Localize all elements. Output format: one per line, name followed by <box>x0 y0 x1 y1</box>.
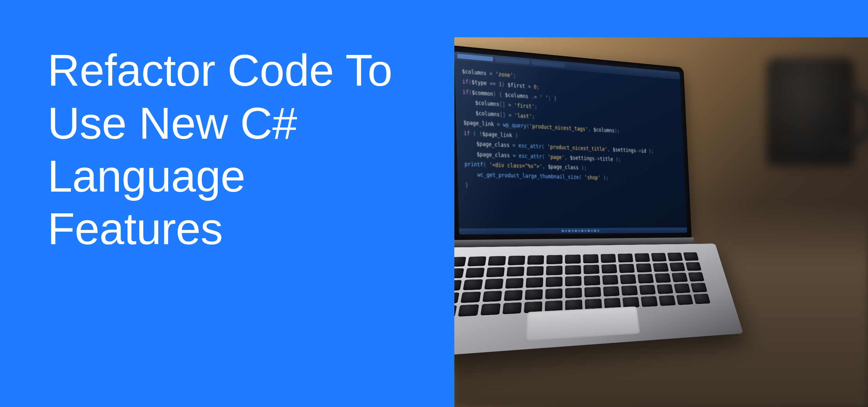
keyboard-key <box>488 256 506 266</box>
keyboard-key <box>507 267 525 277</box>
keyboard-key <box>454 305 457 318</box>
keyboard-key <box>584 275 600 286</box>
keyboard-key <box>583 254 599 263</box>
keyboard-key <box>525 289 542 300</box>
keyboard-key <box>486 267 505 277</box>
keyboard-key <box>639 285 656 295</box>
keyboard-key <box>502 302 522 314</box>
editor-tab <box>457 54 493 61</box>
keyboard-key <box>546 277 563 287</box>
keyboard-key <box>637 274 654 284</box>
keyboard-key <box>583 265 599 274</box>
keyboard-key <box>458 304 479 316</box>
keyboard-key <box>659 295 676 306</box>
keyboard-key <box>636 263 652 272</box>
headline-text: Refactor Code To Use New C# Language Fea… <box>47 44 420 255</box>
headline-area: Refactor Code To Use New C# Language Fea… <box>0 0 434 407</box>
code-editor-screen: $columns = 'zone';if($type == 1) $first … <box>454 52 687 235</box>
laptop-screen-bezel: $columns = 'zone';if($type == 1) $first … <box>454 45 692 241</box>
keyboard-key <box>454 292 459 304</box>
laptop: $columns = 'zone';if($type == 1) $first … <box>454 44 722 403</box>
keyboard-key <box>546 266 563 275</box>
keyboard-key <box>480 303 501 315</box>
keyboard <box>454 252 710 318</box>
keyboard-key <box>688 272 704 282</box>
keyboard-key <box>465 268 485 278</box>
keyboard-key <box>565 276 581 286</box>
keyboard-key <box>565 265 581 275</box>
keyboard-key <box>619 264 635 273</box>
keyboard-key <box>454 257 466 267</box>
keyboard-key <box>667 252 683 261</box>
keyboard-key <box>657 284 673 294</box>
keyboard-key <box>686 262 702 271</box>
keyboard-key <box>467 256 486 266</box>
keyboard-key <box>526 266 544 276</box>
editor-status-bar <box>459 228 687 235</box>
laptop-photo-illustration: $columns = 'zone';if($type == 1) $first … <box>454 37 868 407</box>
keyboard-key <box>602 275 619 285</box>
keyboard-key <box>621 285 638 296</box>
keyboard-key <box>683 252 699 261</box>
hero-banner: Refactor Code To Use New C# Language Fea… <box>0 0 868 407</box>
code-content: $columns = 'zone';if($type == 1) $first … <box>454 60 686 201</box>
keyboard-key <box>672 273 688 282</box>
keyboard-key <box>641 296 658 307</box>
keyboard-key <box>484 278 504 289</box>
keyboard-key <box>565 254 581 264</box>
keyboard-key <box>669 263 685 272</box>
keyboard-key <box>651 253 667 261</box>
keyboard-key <box>600 254 616 263</box>
editor-tab <box>495 57 530 64</box>
keyboard-key <box>655 273 671 283</box>
keyboard-key <box>505 278 524 288</box>
keyboard-key <box>454 268 464 278</box>
keyboard-key <box>482 291 502 302</box>
keyboard-key <box>508 256 525 265</box>
keyboard-key <box>460 291 481 303</box>
keyboard-key <box>693 294 710 304</box>
trackpad <box>525 306 640 342</box>
keyboard-key <box>620 274 636 284</box>
keyboard-key <box>463 279 483 290</box>
editor-tab <box>532 60 565 67</box>
keyboard-key <box>584 287 601 297</box>
laptop-deck <box>454 244 743 359</box>
keyboard-key <box>676 294 693 305</box>
keyboard-key <box>527 255 544 265</box>
keyboard-key <box>623 297 640 308</box>
keyboard-key <box>603 286 620 296</box>
keyboard-key <box>546 255 563 264</box>
keyboard-key <box>653 263 669 272</box>
coffee-mug <box>766 58 854 166</box>
keyboard-key <box>526 277 543 288</box>
keyboard-key <box>504 290 523 301</box>
hero-photo: $columns = 'zone';if($type == 1) $first … <box>454 37 868 407</box>
keyboard-key <box>601 264 617 274</box>
keyboard-key <box>565 288 582 298</box>
keyboard-key <box>454 280 462 291</box>
keyboard-key <box>618 253 633 262</box>
keyboard-key <box>545 288 563 299</box>
keyboard-key <box>674 283 690 293</box>
keyboard-key <box>634 253 650 262</box>
keyboard-key <box>691 283 707 292</box>
